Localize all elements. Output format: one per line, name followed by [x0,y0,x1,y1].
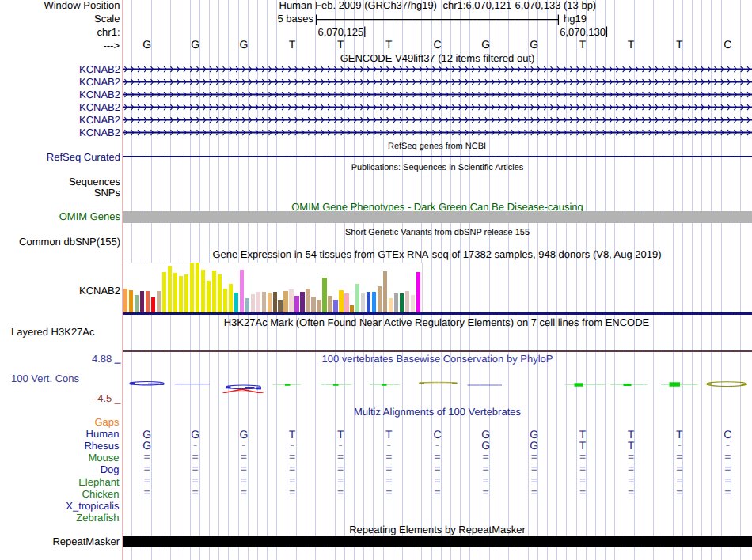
svg-text:4.88: 4.88 [92,353,112,365]
svg-text:100 vertebrates Basewise Conse: 100 vertebrates Basewise Conservation by… [322,353,553,365]
svg-text:G: G [239,428,248,441]
svg-text:=: = [337,462,344,475]
svg-text:=: = [385,486,392,498]
svg-text:T: T [676,428,683,441]
svg-text:RefSeq Curated: RefSeq Curated [47,151,120,163]
svg-text:C: C [433,38,441,51]
svg-text:KCNAB2: KCNAB2 [79,63,120,75]
svg-text:G: G [191,38,199,51]
svg-text:G: G [191,428,199,441]
svg-text:=: = [241,462,247,475]
svg-text:Mouse: Mouse [88,452,119,464]
svg-text:C: C [724,38,731,51]
svg-text:Gene Expression in 54 tissues: Gene Expression in 54 tissues from GTEx … [212,248,661,260]
svg-text:KCNAB2: KCNAB2 [79,76,120,88]
svg-text:=: = [337,450,344,463]
svg-text:=: = [192,450,199,463]
svg-text:T: T [385,38,393,51]
svg-text:T: T [337,38,344,51]
svg-text:Zebrafish: Zebrafish [76,512,119,524]
svg-text:=: = [628,474,634,486]
svg-text:--->: ---> [103,40,120,51]
svg-text:=: = [483,474,489,486]
svg-text:Repeating Elements by RepeatMa: Repeating Elements by RepeatMasker [349,524,526,535]
svg-text:Layered H3K27Ac: Layered H3K27Ac [11,326,95,338]
svg-text:5 bases: 5 bases [277,13,313,25]
svg-text:=: = [579,450,586,463]
svg-text:OMIM Genes: OMIM Genes [59,210,121,222]
svg-text:=: = [579,474,586,486]
svg-text:Gaps: Gaps [94,416,120,428]
svg-text:OMIM Gene Phenotypes - Dark Gr: OMIM Gene Phenotypes - Dark Green Can Be… [291,201,583,213]
svg-text:Dog: Dog [101,464,120,475]
svg-text:Chicken: Chicken [82,488,120,500]
svg-text:X_tropicalis: X_tropicalis [66,500,120,512]
svg-text:=: = [144,474,150,486]
svg-text:=: = [531,474,537,486]
svg-text:=: = [483,462,489,475]
svg-text:=: = [144,462,150,475]
svg-text:=: = [337,486,344,498]
svg-text:chr1:6,070,121-6,070,133 (13 b: chr1:6,070,121-6,070,133 (13 bp) [443,0,597,11]
svg-text:-4.5: -4.5 [94,392,112,404]
svg-text:Human: Human [86,428,120,440]
svg-text:=: = [676,450,682,463]
svg-text:=: = [192,462,199,475]
svg-text:G: G [142,38,151,51]
svg-text:RefSeq genes from NCBI: RefSeq genes from NCBI [388,142,486,151]
svg-text:=: = [676,462,682,475]
svg-text:G: G [481,38,490,51]
svg-text:KCNAB2: KCNAB2 [79,285,120,297]
svg-text:=: = [289,486,295,498]
svg-text:=: = [628,450,634,463]
svg-text:=: = [385,474,392,486]
svg-text:chr1:: chr1: [97,26,120,38]
svg-text:Common dbSNP(155): Common dbSNP(155) [19,236,120,248]
svg-text:=: = [434,474,440,486]
svg-text:Multiz Alignments of 100 Verte: Multiz Alignments of 100 Vertebrates [354,406,522,418]
svg-text:KCNAB2: KCNAB2 [79,127,120,138]
svg-text:=: = [531,486,537,498]
svg-text:=: = [724,450,731,463]
svg-text:=: = [724,474,731,486]
svg-text:Rhesus: Rhesus [84,440,120,452]
svg-text:=: = [628,462,634,475]
svg-text:Publications: Sequences in Sci: Publications: Sequences in Scientific Ar… [351,163,524,172]
svg-text:T: T [385,428,393,441]
svg-text:=: = [289,462,295,475]
svg-text:=: = [144,486,150,498]
svg-text:6,070,125: 6,070,125 [317,26,363,38]
svg-text:=: = [241,474,247,486]
svg-text:C: C [433,428,441,441]
svg-text:T: T [289,428,296,441]
svg-text:H3K27Ac Mark (Often Found Near: H3K27Ac Mark (Often Found Near Active Re… [224,316,650,328]
svg-text:=: = [434,450,440,463]
svg-text:G: G [239,38,248,51]
svg-text:=: = [579,462,586,475]
svg-text:KCNAB2: KCNAB2 [79,101,120,113]
svg-text:GENCODE V49lift37 (12 items fi: GENCODE V49lift37 (12 items filtered out… [340,52,535,64]
svg-text:=: = [192,486,199,498]
svg-text:=: = [385,462,392,475]
svg-text:T: T [579,38,587,51]
svg-text:G: G [530,38,538,51]
svg-text:6,070,130: 6,070,130 [560,26,606,38]
svg-text:=: = [192,474,199,486]
svg-text:100 Vert. Cons: 100 Vert. Cons [11,373,79,384]
svg-text:=: = [483,450,489,463]
svg-text:T: T [676,38,683,51]
svg-text:T: T [628,38,635,51]
svg-text:Elephant: Elephant [78,476,120,488]
svg-text:KCNAB2: KCNAB2 [79,114,120,126]
svg-text:=: = [434,462,440,475]
svg-text:T: T [337,428,344,441]
svg-text:=: = [724,462,731,475]
svg-text:Human Feb. 2009 (GRCh37/hg19): Human Feb. 2009 (GRCh37/hg19) [279,0,437,11]
svg-text:SNPs: SNPs [94,187,121,199]
svg-text:=: = [434,486,440,498]
svg-text:Window Position: Window Position [44,0,120,11]
svg-text:=: = [628,486,634,498]
svg-text:=: = [385,450,392,463]
svg-text:Sequences: Sequences [69,176,121,187]
svg-text:C: C [724,428,731,441]
